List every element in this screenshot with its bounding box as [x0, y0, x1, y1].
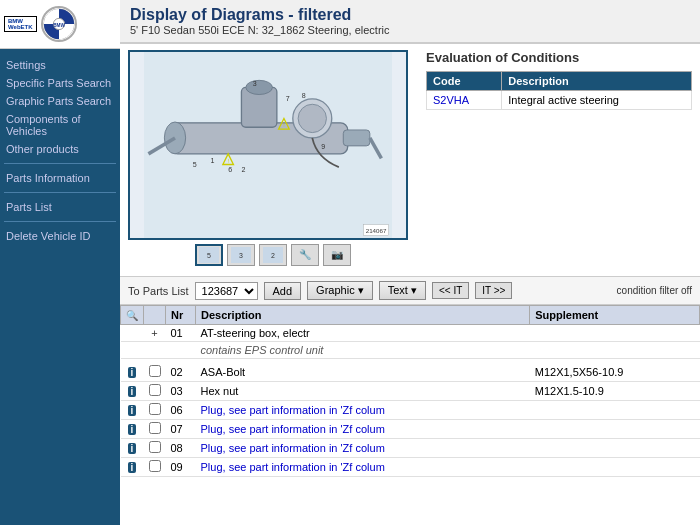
part-supplement: [530, 438, 700, 457]
svg-text:3: 3: [253, 80, 257, 88]
svg-text:🔧: 🔧: [299, 248, 312, 261]
sidebar-item-settings[interactable]: Settings: [4, 57, 116, 73]
part-description[interactable]: Plug, see part information in 'Zf colum: [196, 457, 530, 476]
svg-text:!: !: [283, 122, 284, 128]
info-icon[interactable]: i: [128, 424, 137, 435]
part-description-link[interactable]: Plug, see part information in 'Zf colum: [201, 442, 385, 454]
row-checkbox[interactable]: [149, 422, 161, 434]
part-supplement: [530, 457, 700, 476]
part-number: 06: [166, 400, 196, 419]
part-description-link[interactable]: Plug, see part information in 'Zf colum: [201, 461, 385, 473]
add-button[interactable]: Add: [264, 282, 302, 300]
condition-filter-label: condition filter off: [617, 285, 692, 296]
part-number: 03: [166, 381, 196, 400]
part-sub-description: contains EPS control unit: [196, 342, 530, 359]
svg-text:📷: 📷: [331, 248, 344, 261]
table-row: i08Plug, see part information in 'Zf col…: [121, 438, 700, 457]
sidebar: BMWWebETK BMW Settings Specific Parts Se…: [0, 0, 120, 525]
text-button[interactable]: Text ▾: [379, 281, 426, 300]
table-row: i09Plug, see part information in 'Zf col…: [121, 457, 700, 476]
part-number: 09: [166, 457, 196, 476]
part-supplement: M12X1.5-10.9: [530, 381, 700, 400]
info-icon[interactable]: i: [128, 386, 137, 397]
table-row: i03Hex nutM12X1.5-10.9: [121, 381, 700, 400]
part-description-link[interactable]: Plug, see part information in 'Zf colum: [201, 404, 385, 416]
thumbnail-wrench[interactable]: 🔧: [291, 244, 319, 266]
thumbnail-1[interactable]: 5: [195, 244, 223, 266]
part-supplement: [530, 419, 700, 438]
col-supp: Supplement: [530, 306, 700, 325]
evaluation-title: Evaluation of Conditions: [426, 50, 692, 65]
page-subtitle: 5' F10 Sedan 550i ECE N: 32_1862 Steerin…: [130, 24, 690, 36]
parts-list-select[interactable]: 123687: [195, 282, 258, 300]
part-number: 07: [166, 419, 196, 438]
row-checkbox[interactable]: [149, 403, 161, 415]
parts-table-body: +01AT-steering box, electrcontains EPS c…: [121, 325, 700, 477]
nav-left-button[interactable]: << IT: [432, 282, 469, 299]
eval-code-s2vha[interactable]: S2VHA: [427, 91, 502, 110]
col-check: [144, 306, 166, 325]
svg-text:!: !: [227, 158, 228, 164]
info-icon[interactable]: i: [128, 462, 137, 473]
part-supplement: [530, 325, 700, 342]
parts-table-container: 🔍 Nr Description Supplement +01AT-steeri…: [120, 305, 700, 525]
part-number: 08: [166, 438, 196, 457]
thumbnail-3[interactable]: 2: [259, 244, 287, 266]
svg-text:3: 3: [239, 252, 243, 259]
sidebar-item-parts-list[interactable]: Parts List: [4, 199, 116, 215]
sidebar-item-components-of-vehicles[interactable]: Components of Vehicles: [4, 111, 116, 139]
table-row: +01AT-steering box, electr: [121, 325, 700, 342]
evaluation-table: Code Description S2VHA Integral active s…: [426, 71, 692, 110]
col-search: 🔍: [121, 306, 144, 325]
diagram-thumbnails: 5 3 2 🔧 📷: [128, 240, 418, 270]
thumbnail-2[interactable]: 3: [227, 244, 255, 266]
graphic-button[interactable]: Graphic ▾: [307, 281, 373, 300]
main-content: Display of Diagrams - filtered 5' F10 Se…: [120, 0, 700, 525]
sidebar-item-parts-information[interactable]: Parts Information: [4, 170, 116, 186]
parts-toolbar: To Parts List 123687 Add Graphic ▾ Text …: [120, 276, 700, 305]
part-supplement: M12X1,5X56-10.9: [530, 363, 700, 382]
table-row: i07Plug, see part information in 'Zf col…: [121, 419, 700, 438]
row-checkbox[interactable]: [149, 441, 161, 453]
nav-right-button[interactable]: IT >>: [475, 282, 512, 299]
svg-text:7: 7: [286, 95, 290, 103]
sidebar-item-delete-vehicle-id[interactable]: Delete Vehicle ID: [4, 228, 116, 244]
part-description[interactable]: Plug, see part information in 'Zf colum: [196, 400, 530, 419]
expand-icon[interactable]: +: [151, 327, 157, 339]
sidebar-item-specific-parts-search[interactable]: Specific Parts Search: [4, 75, 116, 91]
evaluation-section: Evaluation of Conditions Code Descriptio…: [426, 50, 692, 270]
search-icon: 🔍: [126, 310, 138, 321]
info-icon[interactable]: i: [128, 367, 137, 378]
sidebar-item-other-products[interactable]: Other products: [4, 141, 116, 157]
svg-text:9: 9: [321, 143, 325, 151]
thumbnail-camera[interactable]: 📷: [323, 244, 351, 266]
eval-desc-s2vha: Integral active steering: [502, 91, 692, 110]
part-description[interactable]: Plug, see part information in 'Zf colum: [196, 438, 530, 457]
sidebar-header: BMWWebETK BMW: [0, 0, 120, 49]
svg-text:2: 2: [271, 252, 275, 259]
info-icon[interactable]: i: [128, 405, 137, 416]
svg-text:5: 5: [207, 252, 211, 259]
part-number: 01: [166, 325, 196, 342]
row-checkbox[interactable]: [149, 365, 161, 377]
diagram-image[interactable]: 3 7 8 9 5 1 6 2 ! !: [128, 50, 408, 240]
content-area: 3 7 8 9 5 1 6 2 ! !: [120, 44, 700, 276]
table-row: i06Plug, see part information in 'Zf col…: [121, 400, 700, 419]
table-subrow: contains EPS control unit: [121, 342, 700, 359]
eval-col-code: Code: [427, 72, 502, 91]
svg-text:6: 6: [228, 166, 232, 174]
svg-point-10: [246, 80, 273, 94]
info-icon[interactable]: i: [128, 443, 137, 454]
page-title: Display of Diagrams - filtered: [130, 6, 690, 24]
part-description-link[interactable]: Plug, see part information in 'Zf colum: [201, 423, 385, 435]
part-number: 02: [166, 363, 196, 382]
part-description[interactable]: Plug, see part information in 'Zf colum: [196, 419, 530, 438]
table-row: i02ASA-BoltM12X1,5X56-10.9: [121, 363, 700, 382]
svg-text:214067: 214067: [366, 227, 387, 234]
row-checkbox[interactable]: [149, 460, 161, 472]
sidebar-item-graphic-parts-search[interactable]: Graphic Parts Search: [4, 93, 116, 109]
svg-text:5: 5: [193, 161, 197, 169]
row-checkbox[interactable]: [149, 384, 161, 396]
svg-rect-6: [343, 130, 370, 146]
bmw-logo-icon: BMW: [41, 6, 77, 42]
